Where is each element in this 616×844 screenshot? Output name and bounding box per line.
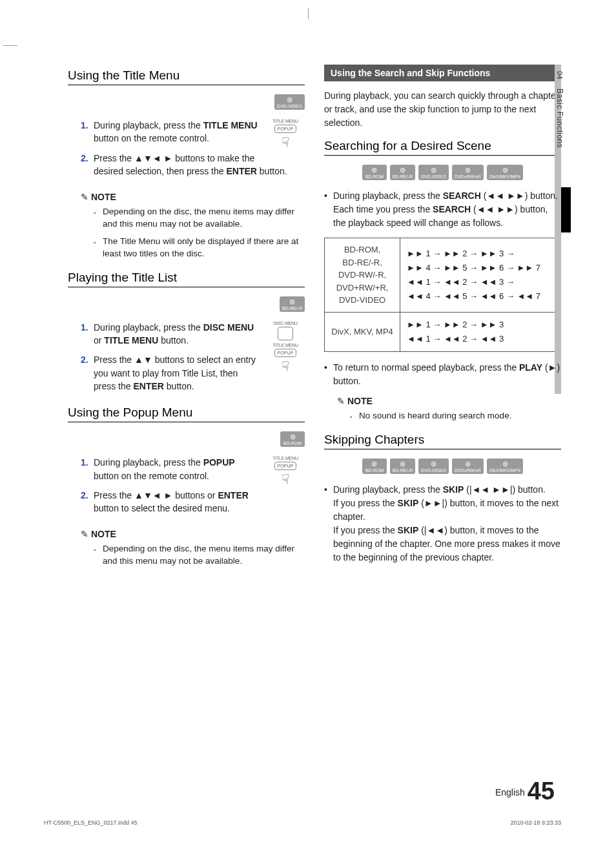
note-item: The Title Menu will only be displayed if… bbox=[94, 236, 305, 260]
badge-row-popup: BD-ROM bbox=[68, 431, 305, 447]
note-label: NOTE bbox=[81, 529, 305, 539]
note-item: Depending on the disc, the menu items ma… bbox=[94, 206, 305, 231]
step-2: 2.Press the ▲▼◄ ► buttons or ENTER butto… bbox=[81, 489, 305, 515]
footer-file-meta: HT-C5500_ELS_ENG_0217.indd 45 bbox=[44, 819, 138, 826]
step-2: 2.Press the ▲▼ buttons to select an entr… bbox=[81, 353, 305, 393]
badge-bd-re-r: BD-RE/-R bbox=[280, 296, 305, 312]
section-bar-search-skip: Using the Search and Skip Functions bbox=[324, 65, 561, 81]
page-number-value: 45 bbox=[528, 777, 555, 805]
badge-dvd-video: DVD-VIDEO bbox=[274, 94, 305, 110]
intro-search-skip: During playback, you can search quickly … bbox=[324, 89, 561, 130]
bullet-item: During playback, press the SKIP (|◄◄ ►►|… bbox=[324, 483, 561, 564]
bullets-skipping: During playback, press the SKIP (|◄◄ ►►|… bbox=[324, 483, 561, 564]
note-item: No sound is heard during search mode. bbox=[350, 410, 561, 422]
badge-bd-rom: BD-ROM bbox=[280, 431, 305, 447]
cell-formats: BD-ROM, BD-RE/-R, DVD-RW/-R, DVD+RW/+R, … bbox=[325, 238, 400, 313]
left-column: Using the Title Menu DVD-VIDEO TITLE MEN… bbox=[68, 65, 305, 578]
note-item: Depending on the disc, the menu items ma… bbox=[94, 543, 305, 568]
bullet-item: During playback, press the SEARCH (◄◄ ►►… bbox=[324, 189, 561, 230]
table-row: DivX, MKV, MP4 ►► 1 → ►► 2 → ►► 3 ◄◄ 1 →… bbox=[325, 312, 561, 351]
heading-playing-title-list: Playing the Title List bbox=[68, 271, 305, 287]
bullets-searching-2: To return to normal speed playback, pres… bbox=[324, 361, 561, 388]
footer-timestamp: 2010-02-18 9:23:33 bbox=[510, 819, 561, 826]
badge-row-title-list: BD-RE/-R bbox=[68, 296, 305, 312]
table-row: BD-ROM, BD-RE/-R, DVD-RW/-R, DVD+RW/+R, … bbox=[325, 238, 561, 313]
right-column: Using the Search and Skip Functions Duri… bbox=[324, 65, 561, 578]
heading-using-popup-menu: Using the Popup Menu bbox=[68, 406, 305, 422]
notes-popup: Depending on the disc, the menu items ma… bbox=[94, 543, 305, 568]
side-black-tab bbox=[561, 187, 571, 232]
chapter-side-tab: 04 Basic Functions bbox=[555, 71, 564, 181]
step-1: 1.During playback, press the TITLE MENU … bbox=[81, 119, 305, 145]
chapter-number: 04 bbox=[556, 71, 564, 79]
chapter-title: Basic Functions bbox=[555, 88, 564, 148]
language-label: English bbox=[495, 787, 525, 798]
badge-row-searching: BD-ROM BD-RE/-R DVD-VIDEO DVD±RW/±R DivX… bbox=[324, 165, 561, 180]
bullets-searching: During playback, press the SEARCH (◄◄ ►►… bbox=[324, 189, 561, 230]
note-label: NOTE bbox=[81, 192, 305, 202]
bullet-item: To return to normal speed playback, pres… bbox=[324, 361, 561, 388]
note-label: NOTE bbox=[337, 396, 561, 406]
step-1: 1.During playback, press the POPUP butto… bbox=[81, 456, 305, 482]
cell-speeds: ►► 1 → ►► 2 → ►► 3 → ►► 4 → ►► 5 → ►► 6 … bbox=[400, 238, 561, 313]
steps-title-list: 1.During playback, press the DISC MENU o… bbox=[81, 321, 305, 393]
page-number: English 45 bbox=[495, 777, 555, 805]
badge-row-skipping: BD-ROM BD-RE/-R DVD-VIDEO DVD±RW/±R DivX… bbox=[324, 458, 561, 474]
notes-searching: No sound is heard during search mode. bbox=[350, 410, 561, 422]
step-2: 2.Press the ▲▼◄ ► buttons to make the de… bbox=[81, 152, 305, 178]
badge-row-title-menu: DVD-VIDEO bbox=[68, 94, 305, 110]
heading-skipping: Skipping Chapters bbox=[324, 433, 561, 449]
cell-formats: DivX, MKV, MP4 bbox=[325, 312, 400, 351]
cell-speeds: ►► 1 → ►► 2 → ►► 3 ◄◄ 1 → ◄◄ 2 → ◄◄ 3 bbox=[400, 312, 561, 351]
heading-searching: Searching for a Desired Scene bbox=[324, 139, 561, 156]
heading-using-title-menu: Using the Title Menu bbox=[68, 68, 305, 85]
step-1: 1.During playback, press the DISC MENU o… bbox=[81, 321, 305, 347]
notes-title-menu: Depending on the disc, the menu items ma… bbox=[94, 206, 305, 260]
speed-table: BD-ROM, BD-RE/-R, DVD-RW/-R, DVD+RW/+R, … bbox=[324, 238, 561, 352]
